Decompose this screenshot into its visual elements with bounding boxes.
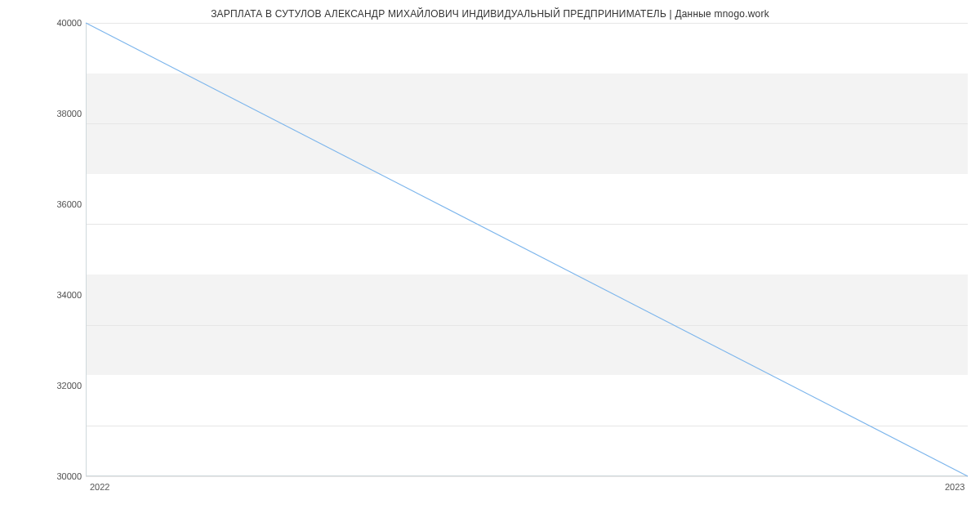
chart-line-svg	[86, 23, 968, 476]
y-tick-label: 38000	[24, 109, 82, 118]
x-tick-label: 2023	[945, 482, 964, 492]
gridline	[86, 476, 968, 477]
series-line	[86, 23, 968, 476]
plot-area	[86, 23, 968, 476]
y-tick-label: 32000	[24, 381, 82, 390]
y-tick-label: 30000	[24, 471, 82, 481]
x-tick-label: 2022	[90, 482, 109, 492]
y-tick-label: 36000	[24, 199, 82, 209]
y-tick-label: 34000	[24, 290, 82, 300]
y-tick-label: 40000	[24, 18, 82, 28]
chart-title: ЗАРПЛАТА В СУТУЛОВ АЛЕКСАНДР МИХАЙЛОВИЧ …	[0, 8, 980, 20]
